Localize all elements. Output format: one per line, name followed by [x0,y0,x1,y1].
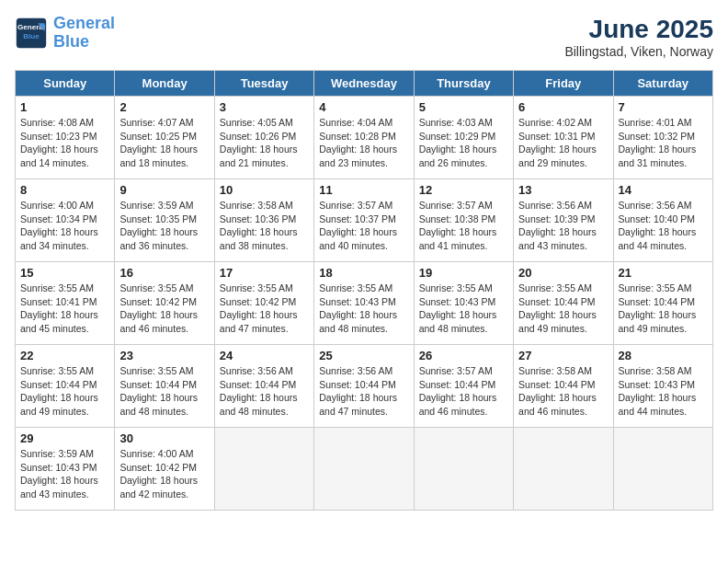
day-info: Sunrise: 3:55 AM Sunset: 10:44 PM Daylig… [119,364,209,419]
day-number: 5 [419,100,508,114]
logo: General Blue General Blue [15,15,115,52]
calendar-cell [414,428,513,511]
day-number: 11 [319,183,408,197]
day-info: Sunrise: 3:56 AM Sunset: 10:44 PM Daylig… [220,364,309,419]
col-thursday: Thursday [414,71,513,97]
calendar-table: Sunday Monday Tuesday Wednesday Thursday… [15,70,713,511]
day-number: 7 [619,100,708,114]
col-monday: Monday [115,71,214,97]
calendar-cell: 22 Sunrise: 3:55 AM Sunset: 10:44 PM Day… [16,345,115,428]
day-info: Sunrise: 3:55 AM Sunset: 10:44 PM Daylig… [20,364,109,419]
day-info: Sunrise: 3:56 AM Sunset: 10:39 PM Daylig… [518,199,608,253]
calendar-cell: 9 Sunrise: 3:59 AM Sunset: 10:35 PM Dayl… [115,179,214,262]
month-year: June 2025 [564,15,713,44]
day-number: 10 [220,183,309,197]
day-info: Sunrise: 4:07 AM Sunset: 10:25 PM Daylig… [119,116,209,170]
calendar-cell: 28 Sunrise: 3:58 AM Sunset: 10:43 PM Day… [613,345,712,428]
calendar-cell [314,428,414,511]
col-saturday: Saturday [613,71,712,97]
calendar-cell: 20 Sunrise: 3:55 AM Sunset: 10:44 PM Day… [514,262,613,345]
day-info: Sunrise: 3:56 AM Sunset: 10:44 PM Daylig… [319,364,408,419]
col-tuesday: Tuesday [214,71,313,97]
calendar-cell: 8 Sunrise: 4:00 AM Sunset: 10:34 PM Dayl… [16,179,115,262]
day-info: Sunrise: 3:57 AM Sunset: 10:44 PM Daylig… [419,364,508,419]
calendar-cell: 6 Sunrise: 4:02 AM Sunset: 10:31 PM Dayl… [514,97,613,179]
day-number: 8 [20,183,109,197]
calendar-cell: 25 Sunrise: 3:56 AM Sunset: 10:44 PM Day… [314,345,414,428]
calendar-cell [613,428,712,511]
calendar-cell: 29 Sunrise: 3:59 AM Sunset: 10:43 PM Day… [16,428,115,511]
day-info: Sunrise: 3:58 AM Sunset: 10:36 PM Daylig… [220,199,309,253]
day-info: Sunrise: 3:57 AM Sunset: 10:38 PM Daylig… [419,199,508,253]
day-number: 22 [20,349,109,362]
calendar-cell: 24 Sunrise: 3:56 AM Sunset: 10:44 PM Day… [214,345,313,428]
day-number: 21 [619,266,708,280]
day-info: Sunrise: 4:00 AM Sunset: 10:42 PM Daylig… [119,447,209,501]
calendar-cell: 21 Sunrise: 3:55 AM Sunset: 10:44 PM Day… [613,262,712,345]
day-number: 14 [619,183,708,197]
day-number: 6 [518,100,608,114]
day-number: 17 [220,266,309,280]
calendar-cell: 14 Sunrise: 3:56 AM Sunset: 10:40 PM Day… [613,179,712,262]
calendar-row: 8 Sunrise: 4:00 AM Sunset: 10:34 PM Dayl… [16,179,713,262]
calendar-cell: 2 Sunrise: 4:07 AM Sunset: 10:25 PM Dayl… [115,97,214,179]
page-header: General Blue General Blue June 2025 Bill… [15,15,713,59]
day-number: 2 [119,100,209,114]
calendar-cell: 5 Sunrise: 4:03 AM Sunset: 10:29 PM Dayl… [414,97,513,179]
col-friday: Friday [514,71,613,97]
day-info: Sunrise: 3:55 AM Sunset: 10:41 PM Daylig… [20,282,109,336]
day-info: Sunrise: 4:05 AM Sunset: 10:26 PM Daylig… [220,116,309,170]
calendar-row: 15 Sunrise: 3:55 AM Sunset: 10:41 PM Day… [16,262,713,345]
day-number: 16 [119,266,209,280]
day-info: Sunrise: 3:55 AM Sunset: 10:42 PM Daylig… [119,282,209,336]
day-number: 26 [419,349,508,362]
logo-line1: General [53,14,115,32]
day-info: Sunrise: 3:57 AM Sunset: 10:37 PM Daylig… [319,199,408,253]
calendar-cell: 18 Sunrise: 3:55 AM Sunset: 10:43 PM Day… [314,262,414,345]
day-info: Sunrise: 4:03 AM Sunset: 10:29 PM Daylig… [419,116,508,170]
day-number: 30 [119,431,209,445]
calendar-cell: 17 Sunrise: 3:55 AM Sunset: 10:42 PM Day… [214,262,313,345]
calendar-cell: 26 Sunrise: 3:57 AM Sunset: 10:44 PM Day… [414,345,513,428]
day-info: Sunrise: 3:58 AM Sunset: 10:44 PM Daylig… [518,364,608,419]
calendar-cell: 30 Sunrise: 4:00 AM Sunset: 10:42 PM Day… [115,428,214,511]
day-info: Sunrise: 4:04 AM Sunset: 10:28 PM Daylig… [319,116,408,170]
day-number: 25 [319,349,408,362]
calendar-cell: 19 Sunrise: 3:55 AM Sunset: 10:43 PM Day… [414,262,513,345]
col-wednesday: Wednesday [314,71,414,97]
svg-text:Blue: Blue [23,32,40,40]
calendar-cell: 1 Sunrise: 4:08 AM Sunset: 10:23 PM Dayl… [16,97,115,179]
day-number: 4 [319,100,408,114]
day-info: Sunrise: 3:59 AM Sunset: 10:43 PM Daylig… [20,447,109,501]
calendar-row: 29 Sunrise: 3:59 AM Sunset: 10:43 PM Day… [16,428,713,511]
calendar-cell: 11 Sunrise: 3:57 AM Sunset: 10:37 PM Day… [314,179,414,262]
day-info: Sunrise: 3:59 AM Sunset: 10:35 PM Daylig… [119,199,209,253]
location: Billingstad, Viken, Norway [564,44,713,59]
day-number: 29 [20,431,109,445]
day-number: 13 [518,183,608,197]
day-number: 9 [119,183,209,197]
day-info: Sunrise: 4:08 AM Sunset: 10:23 PM Daylig… [20,116,109,170]
day-info: Sunrise: 3:58 AM Sunset: 10:43 PM Daylig… [619,364,708,419]
day-info: Sunrise: 4:02 AM Sunset: 10:31 PM Daylig… [518,116,608,170]
calendar-cell: 15 Sunrise: 3:55 AM Sunset: 10:41 PM Day… [16,262,115,345]
calendar-cell [214,428,313,511]
calendar-cell: 10 Sunrise: 3:58 AM Sunset: 10:36 PM Day… [214,179,313,262]
calendar-cell [514,428,613,511]
calendar-cell: 27 Sunrise: 3:58 AM Sunset: 10:44 PM Day… [514,345,613,428]
logo-line2: Blue [53,32,89,51]
day-info: Sunrise: 3:55 AM Sunset: 10:42 PM Daylig… [220,282,309,336]
day-number: 1 [20,100,109,114]
day-number: 24 [220,349,309,362]
calendar-cell: 4 Sunrise: 4:04 AM Sunset: 10:28 PM Dayl… [314,97,414,179]
title-block: June 2025 Billingstad, Viken, Norway [564,15,713,59]
day-number: 19 [419,266,508,280]
calendar-cell: 16 Sunrise: 3:55 AM Sunset: 10:42 PM Day… [115,262,214,345]
calendar-cell: 23 Sunrise: 3:55 AM Sunset: 10:44 PM Day… [115,345,214,428]
day-info: Sunrise: 3:55 AM Sunset: 10:43 PM Daylig… [319,282,408,336]
calendar-cell: 12 Sunrise: 3:57 AM Sunset: 10:38 PM Day… [414,179,513,262]
day-number: 27 [518,349,608,362]
day-number: 15 [20,266,109,280]
day-info: Sunrise: 4:00 AM Sunset: 10:34 PM Daylig… [20,199,109,253]
col-sunday: Sunday [16,71,115,97]
